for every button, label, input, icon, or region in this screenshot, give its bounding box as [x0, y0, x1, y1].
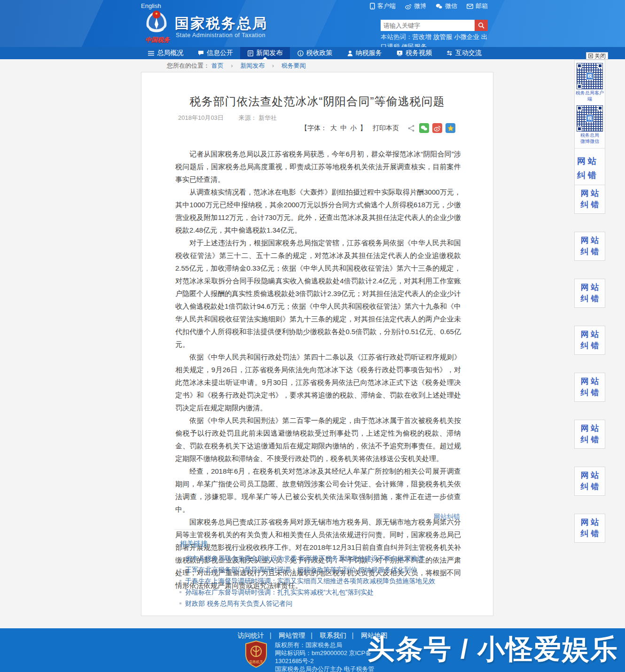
- menu-icon: [148, 51, 154, 56]
- nav-item-tax-policy[interactable]: 税收政策: [290, 47, 340, 59]
- mail-link[interactable]: 邮箱: [467, 2, 488, 10]
- share-weibo-button[interactable]: [432, 123, 442, 133]
- weibo-icon: [405, 3, 412, 9]
- search-input[interactable]: [381, 20, 475, 31]
- weibo-link[interactable]: 微博: [405, 2, 426, 10]
- paragraph: 对于上述违法行为，根据国家税务总局指定管辖，江苏省税务局依据《中华人民共和国税收…: [175, 236, 461, 351]
- watermark: 头条号 / 小怪爱娱乐: [367, 631, 618, 668]
- article-correction-link[interactable]: 网站纠错: [434, 513, 460, 521]
- exchange-arrows-icon: [446, 50, 453, 56]
- site-correction-button[interactable]: 网站纠错: [574, 326, 605, 355]
- nav-item-interaction[interactable]: 互动交流: [439, 47, 489, 59]
- article-body: 记者从国家税务总局以及江苏省税务局获悉，今年6月初，群众举报范冰冰“阴阳合同”涉…: [175, 148, 461, 592]
- social-qr-code: 税: [577, 105, 603, 132]
- divider: [174, 529, 463, 530]
- nav-item-news[interactable]: 新闻发布: [240, 47, 290, 59]
- site-header: English 中国税务 国家税务总局 State Administration…: [0, 0, 625, 47]
- paragraph: 依据《中华人民共和国行政处罚法》第四十二条以及《江苏省行政处罚听证程序规则》相关…: [175, 351, 461, 414]
- related-link[interactable]: 省市县税务局联合党委全部改设为党委 新形势下税务系统党的建设不断向纵深推进: [180, 553, 471, 564]
- font-size-small-button[interactable]: 小: [350, 124, 357, 133]
- related-links: 省市县税务局联合党委全部改设为党委 新形势下税务系统党的建设不断向纵深推进 王军…: [180, 553, 471, 609]
- site-code: 网站标识码：bm29000002 京ICP备13021685号-2: [275, 649, 376, 665]
- footer-link-site-admin[interactable]: 网站管理: [279, 632, 305, 639]
- share-favorite-button[interactable]: [445, 123, 455, 133]
- site-correction-button[interactable]: 网站纠错: [574, 467, 605, 496]
- site-correction-button[interactable]: 网站纠错: [574, 232, 605, 261]
- article-panel: 税务部门依法查处范冰冰“阴阳合同”等偷逃税问题 2018年10月03日 来源： …: [141, 72, 493, 616]
- header-quick-links: 客户端 微博 微信 邮箱: [370, 2, 488, 10]
- paragraph: 经查，2018年6月，在税务机关对范冰冰及其经纪人牟某广所控制的相关公司展开调查…: [175, 465, 461, 516]
- article-toolbar: 【字体： 大 中 小 】 打印本页: [301, 123, 455, 133]
- breadcrumb-tax-highlights[interactable]: 税务要闻: [281, 62, 306, 69]
- related-link[interactable]: 孙瑞标在广东督导调研时强调：扎扎实实将减税“大礼包”落到实处: [180, 586, 471, 598]
- social-qr-label: 税务总局 微博微信: [575, 132, 605, 147]
- wechat-link[interactable]: 微信: [436, 2, 457, 10]
- nav-item-overview[interactable]: 总局概况: [141, 47, 191, 59]
- mobile-icon: [370, 3, 375, 9]
- page: English 中国税务 国家税务总局 State Administration…: [0, 0, 625, 672]
- footer-link-stats[interactable]: 访问统计: [238, 632, 264, 639]
- nav-item-tax-video[interactable]: 税务视频: [390, 47, 439, 59]
- article-source: 新华社: [258, 114, 277, 121]
- site-correction-button[interactable]: 网站纠错: [574, 185, 605, 214]
- breadcrumb-home[interactable]: 首页: [211, 62, 224, 69]
- tax-logo-icon: 税: [586, 115, 594, 122]
- user-icon: [347, 50, 353, 56]
- related-link[interactable]: 财政部 税务总局有关负责人答记者问: [180, 598, 471, 609]
- video-icon: [397, 50, 403, 56]
- font-size-medium-button[interactable]: 中: [340, 124, 347, 133]
- paragraph: 依据《中华人民共和国刑法》第二百零一条的规定，由于范冰冰属于首次被税务机关按偷税…: [175, 414, 461, 465]
- breadcrumb-news[interactable]: 新闻发布: [240, 62, 265, 69]
- wechat-share-icon: [421, 125, 428, 131]
- font-label-end: 】: [360, 124, 367, 133]
- news-doc-icon: [248, 50, 253, 56]
- footer-link-contact[interactable]: 联系我们: [320, 632, 346, 639]
- share-icon: [407, 125, 415, 132]
- share-wechat-button[interactable]: [419, 123, 429, 133]
- logo-caption: 中国税务: [143, 36, 172, 44]
- nav-item-taxpayer-service[interactable]: 纳税服务: [340, 47, 390, 59]
- app-qr-label: 税务总局客户端: [575, 90, 605, 104]
- tax-logo-icon: 税: [586, 72, 594, 80]
- government-badge-icon: 党政机关: [244, 641, 268, 668]
- close-button[interactable]: 关闭: [586, 52, 608, 60]
- site-correction-button[interactable]: 网站 纠错: [575, 148, 605, 189]
- paragraph: 从调查核实情况看，范冰冰在电影《大轰炸》剧组拍摄过程中实际取得片酬3000万元，…: [175, 186, 461, 236]
- site-correction-button[interactable]: 网站纠错: [574, 373, 605, 402]
- main-nav: 总局概况 信息公开 新闻发布 税收政策 纳税服务 税务视频: [0, 47, 625, 59]
- breadcrumb: 您所在的位置： 首页 › 新闻发布 › 税务要闻: [167, 62, 306, 70]
- svg-text:党政机关: 党政机关: [249, 660, 264, 664]
- site-correction-button[interactable]: 网站纠错: [574, 279, 605, 308]
- footer-info: 版权所有：国家税务总局 网站标识码：bm29000002 京ICP备130216…: [275, 641, 376, 672]
- page-title: 税务部门依法查处范冰冰“阴阳合同”等偷逃税问题: [141, 94, 493, 109]
- close-icon: [588, 54, 593, 58]
- article-date: 2018年10月03日: [178, 114, 224, 121]
- wechat-icon: [436, 3, 443, 9]
- print-button[interactable]: 打印本页: [373, 124, 399, 133]
- search-bar: [381, 20, 488, 31]
- font-label: 【字体：: [301, 124, 327, 133]
- organizer: 国家税务总局办公厅主办 电子税务管理中心: [275, 665, 376, 672]
- font-size-large-button[interactable]: 大: [330, 124, 337, 133]
- search-button[interactable]: [475, 20, 488, 31]
- site-correction-button[interactable]: 网站纠错: [574, 514, 605, 543]
- star-icon: [447, 125, 454, 132]
- search-icon: [478, 22, 484, 29]
- tax-emblem-icon: [142, 8, 171, 37]
- client-link[interactable]: 客户端: [370, 2, 396, 10]
- hot-words-label: 本站热词：: [381, 33, 413, 40]
- nav-item-info-disclosure[interactable]: 信息公开: [191, 47, 241, 59]
- share-button[interactable]: [406, 123, 416, 133]
- source-label: 来源：: [238, 114, 257, 121]
- paragraph: 记者从国家税务总局以及江苏省税务局获悉，今年6月初，群众举报范冰冰“阴阳合同”涉…: [175, 148, 461, 186]
- related-link[interactable]: 于春生在上海督导调研时强调：实而又实细而又细推进各项简政减税降负措施落地见效: [180, 575, 471, 586]
- weibo-share-icon: [434, 125, 441, 132]
- site-footer: 访问统计| 网站管理| 联系我们| 网站地图 党政机关 版权所有：国家税务总局 …: [0, 628, 625, 672]
- site-title-en: State Administration of Taxation: [176, 32, 266, 39]
- copyright: 版权所有：国家税务总局: [275, 641, 376, 649]
- related-links-heading: 相关链接: [180, 539, 208, 548]
- app-qr-code: 税: [577, 63, 603, 89]
- site-correction-button[interactable]: 网站纠错: [574, 420, 605, 449]
- breadcrumb-label: 您所在的位置：: [167, 62, 210, 69]
- related-link[interactable]: 王军在北京税务部门督导调研时强调：把税收政策落实到位 把纳税服务优化到位: [180, 564, 471, 575]
